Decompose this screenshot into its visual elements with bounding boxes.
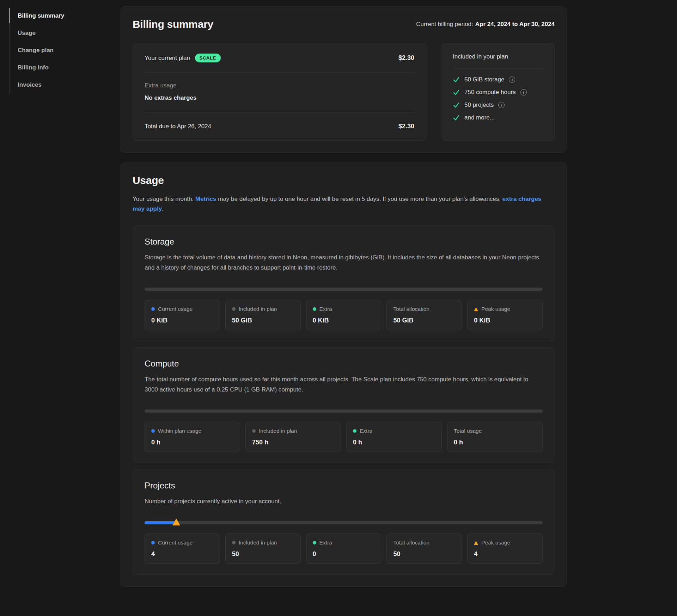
current-plan-label: Your current plan [145, 55, 190, 62]
billing-period-label: Current billing period: [416, 21, 473, 27]
billing-summary-header: Billing summary Current billing period:A… [133, 18, 555, 30]
included-item-compute: 750 compute hours i [453, 89, 544, 96]
projects-description: Number of projects currently active in y… [145, 496, 543, 506]
stat-label: Extra [360, 428, 372, 434]
extra-usage-block: Extra usage No extras charges [133, 73, 426, 112]
billing-period-value: Apr 24, 2024 to Apr 30, 2024 [475, 21, 555, 27]
stat-value: 0 KiB [151, 317, 213, 324]
stat-value: 50 [393, 550, 455, 558]
stat-current-usage: Current usage 0 KiB [145, 300, 220, 330]
included-item-label: 750 compute hours [464, 89, 516, 96]
stat-extra: Extra 0 [306, 534, 382, 564]
gray-dot-icon [232, 541, 236, 544]
stat-label: Peak usage [481, 540, 510, 546]
current-plan-row: Your current plan SCALE $2.30 [133, 43, 426, 73]
check-icon [453, 76, 460, 83]
info-icon[interactable]: i [509, 76, 515, 83]
included-item-more: and more... [453, 114, 544, 121]
projects-title: Projects [145, 481, 543, 491]
green-dot-icon [313, 307, 316, 311]
projects-stats: Current usage 4 Included in plan 50 Extr… [145, 534, 543, 564]
included-item-storage: 50 GiB storage i [453, 76, 544, 83]
info-icon[interactable]: i [520, 89, 527, 96]
usage-card: Usage Your usage this month. Metrics may… [121, 162, 567, 587]
included-item-label: 50 projects [464, 101, 494, 109]
billing-nav: Billing summary Usage Change plan Billin… [9, 7, 121, 93]
sidebar-item-usage[interactable]: Usage [10, 24, 121, 42]
stat-current-usage: Current usage 4 [145, 534, 220, 564]
info-icon[interactable]: i [498, 102, 505, 108]
check-icon [453, 101, 460, 109]
stat-label: Included in plan [259, 428, 297, 434]
stat-value: 4 [474, 550, 536, 558]
storage-stats: Current usage 0 KiB Included in plan 50 … [145, 300, 543, 330]
stat-included-in-plan: Included in plan 750 h [245, 422, 341, 452]
green-dot-icon [353, 429, 356, 433]
billing-page: Billing summary Usage Change plan Billin… [0, 0, 677, 587]
billing-summary-body: Your current plan SCALE $2.30 Extra usag… [133, 43, 555, 141]
orange-triangle-icon [474, 541, 478, 545]
stat-value: 0 [313, 550, 375, 558]
stat-label: Included in plan [239, 540, 277, 546]
gray-dot-icon [232, 307, 236, 311]
plan-price: $2.30 [398, 54, 414, 62]
blue-dot-icon [151, 541, 155, 544]
blue-dot-icon [151, 429, 155, 433]
stat-peak-usage: Peak usage 0 KiB [467, 300, 543, 330]
orange-triangle-icon [474, 307, 478, 311]
current-plan-left: Your current plan SCALE [145, 54, 221, 62]
check-icon [453, 89, 460, 96]
plan-summary-box: Your current plan SCALE $2.30 Extra usag… [133, 43, 426, 141]
compute-description: The total number of compute hours used s… [145, 374, 543, 395]
sidebar-item-billing-info[interactable]: Billing info [10, 59, 121, 76]
billing-sidebar: Billing summary Usage Change plan Billin… [0, 0, 121, 587]
stat-included-in-plan: Included in plan 50 GiB [225, 300, 301, 330]
total-due-row: Total due to Apr 26, 2024 $2.30 [133, 112, 426, 140]
billing-period: Current billing period:Apr 24, 2024 to A… [416, 21, 555, 28]
peak-usage-marker-icon [172, 518, 180, 525]
billing-summary-card: Billing summary Current billing period:A… [121, 6, 567, 153]
stat-label: Within plan usage [158, 428, 201, 434]
stat-value: 0 h [151, 439, 233, 446]
stat-label: Current usage [158, 540, 193, 546]
stat-label: Peak usage [481, 306, 510, 312]
sidebar-item-billing-summary[interactable]: Billing summary [10, 7, 121, 24]
metrics-link[interactable]: Metrics [195, 196, 216, 202]
stat-value: 0 KiB [313, 317, 375, 324]
stat-value: 50 GiB [393, 317, 455, 324]
projects-section: Projects Number of projects currently ac… [133, 469, 555, 575]
stat-value: 750 h [252, 439, 334, 446]
stat-total-usage: Total usage 0 h [447, 422, 543, 452]
compute-progress-bar [145, 409, 543, 413]
plan-badge: SCALE [195, 54, 221, 62]
storage-section: Storage Storage is the total volume of d… [133, 225, 555, 341]
stat-value: 0 KiB [474, 317, 536, 324]
compute-stats: Within plan usage 0 h Included in plan 7… [145, 422, 543, 452]
projects-progress-fill [145, 521, 176, 524]
projects-progress-bar [145, 521, 543, 524]
stat-label: Total allocation [393, 306, 429, 312]
included-in-plan-box: Included in your plan 50 GiB storage i 7… [442, 43, 555, 141]
stat-extra: Extra 0 KiB [306, 300, 382, 330]
sidebar-item-invoices[interactable]: Invoices [10, 76, 121, 93]
main-content: Billing summary Current billing period:A… [121, 0, 567, 587]
stat-total-allocation: Total allocation 50 GiB [386, 300, 462, 330]
stat-label: Total usage [454, 428, 482, 434]
blue-dot-icon [151, 307, 155, 311]
storage-description: Storage is the total volume of data and … [145, 252, 543, 273]
stat-total-allocation: Total allocation 50 [386, 534, 462, 564]
included-in-plan-list: 50 GiB storage i 750 compute hours i 50 … [453, 76, 544, 121]
billing-summary-title: Billing summary [133, 18, 213, 30]
storage-title: Storage [145, 237, 543, 247]
usage-desc-text: . [162, 205, 164, 212]
divider [453, 68, 544, 68]
green-dot-icon [313, 541, 316, 544]
sidebar-item-change-plan[interactable]: Change plan [10, 42, 121, 59]
included-item-label: and more... [464, 114, 495, 121]
stat-label: Included in plan [239, 306, 277, 312]
stat-peak-usage: Peak usage 4 [467, 534, 543, 564]
stat-label: Current usage [158, 306, 193, 312]
stat-label: Extra [319, 540, 332, 546]
included-item-projects: 50 projects i [453, 101, 544, 109]
stat-included-in-plan: Included in plan 50 [225, 534, 301, 564]
